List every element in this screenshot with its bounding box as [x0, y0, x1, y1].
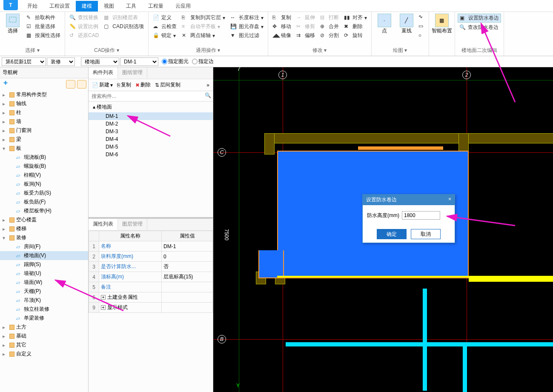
cad-recognition-options[interactable]: ▢CAD识别选项 [102, 23, 145, 31]
more-actions[interactable]: » [205, 80, 211, 89]
prop-row-3[interactable]: 3是否计算防水...否 [89, 262, 213, 272]
component-item-DM-1[interactable]: DM-1 [89, 112, 213, 120]
nav-group-墙[interactable]: ▸墙 [0, 117, 88, 126]
cloud-check[interactable]: ☁云检查 [151, 23, 178, 31]
nav-item-墙裙(U)[interactable]: ▱墙裙(U) [0, 269, 88, 278]
copy-to-other-floor[interactable]: ⎘复制到其它层 ▾ [180, 14, 227, 22]
search-input[interactable] [90, 92, 204, 100]
component-item-DM-3[interactable]: DM-3 [89, 128, 213, 135]
component-item-DM-6[interactable]: DM-6 [89, 151, 213, 158]
tab-drawing-mgmt[interactable]: 图纸管理 [118, 67, 147, 79]
tab-cloud[interactable]: 云应用 [169, 1, 197, 11]
mirror[interactable]: ◢◣镜像 [271, 31, 293, 40]
nav-group-土方[interactable]: ▸土方 [0, 323, 88, 332]
copy[interactable]: ⎘复制 [271, 14, 293, 22]
prop-row-9[interactable]: 9+显示样式 [89, 303, 213, 313]
nav-item-柱帽(V)[interactable]: ▱柱帽(V) [0, 171, 88, 180]
nav-item-板负筋(F)[interactable]: ▱板负筋(F) [0, 197, 88, 206]
nav-group-板[interactable]: ▾板 [0, 144, 88, 153]
element-filter[interactable]: ▼图元过滤 [229, 31, 265, 40]
set-waterproof-edge[interactable]: ▣设置防水卷边 [458, 14, 501, 23]
waterproof-height-input[interactable] [402, 211, 440, 220]
align[interactable]: ▮▮对齐 ▾ [342, 14, 369, 22]
component-select[interactable]: DM-1 [120, 57, 158, 66]
new-component[interactable]: 📄新建 ▾ [90, 80, 115, 89]
floor-select[interactable]: 第6层新1层 [2, 57, 46, 66]
tab-component-list[interactable]: 构件列表 [89, 67, 118, 79]
nav-group-空心楼盖[interactable]: ▸空心楼盖 [0, 215, 88, 224]
rect-icon[interactable]: ▭ [418, 23, 426, 31]
circle-icon[interactable]: ○ [418, 32, 426, 40]
length-dimension[interactable]: ↔长度标注 ▾ [229, 14, 265, 22]
draw-line[interactable]: ╱直线 [396, 14, 417, 40]
nav-view-list[interactable] [66, 80, 75, 89]
tab-layer-mgmt[interactable]: 图层管理 [118, 219, 147, 230]
nav-add[interactable]: ✚ [2, 80, 64, 89]
interfloor-copy[interactable]: ⇅层间复制 [153, 80, 182, 89]
nav-group-基础[interactable]: ▸基础 [0, 332, 88, 340]
nav-group-自定义[interactable]: ▸自定义 [0, 349, 88, 358]
nav-group-楼梯[interactable]: ▸楼梯 [0, 224, 88, 233]
dialog-ok[interactable]: 确定 [377, 229, 407, 239]
nav-group-门窗洞[interactable]: ▸门窗洞 [0, 126, 88, 135]
prop-row-1[interactable]: 1名称DM-1 [89, 241, 213, 252]
batch-select[interactable]: ☑批量选择 [25, 23, 62, 31]
nav-group-梁[interactable]: ▸梁 [0, 135, 88, 144]
kind-select[interactable]: 楼地面 [81, 57, 119, 66]
nav-item-踢脚(S)[interactable]: ▱踢脚(S) [0, 260, 88, 269]
tab-modeling[interactable]: 建模 [76, 1, 98, 11]
nav-item-楼层板带(H)[interactable]: ▱楼层板带(H) [0, 206, 88, 215]
split[interactable]: ⊘分割 [318, 31, 341, 40]
nav-group-轴线[interactable]: ▸轴线 [0, 99, 88, 108]
nav-group-柱[interactable]: ▸柱 [0, 108, 88, 117]
tab-quantity[interactable]: 工程量 [142, 1, 169, 11]
check-waterproof-edge[interactable]: 🔍查改防水卷边 [458, 23, 501, 31]
nav-item-天棚(P)[interactable]: ▱天棚(P) [0, 287, 88, 296]
nav-group-常用构件类型[interactable]: ▸常用构件类型 [0, 90, 88, 99]
prop-row-6[interactable]: 6+土建业务属性 [89, 292, 213, 303]
offset[interactable]: ⇉偏移 [295, 31, 317, 40]
radio-specify-edge[interactable]: 指定边 [192, 58, 214, 65]
nav-item-板受力筋(S)[interactable]: ▱板受力筋(S) [0, 189, 88, 197]
dialog-close[interactable]: × [448, 196, 451, 203]
component-item-DM-4[interactable]: DM-4 [89, 135, 213, 143]
copy-component[interactable]: ⎘复制 [115, 80, 133, 89]
drawing-canvas[interactable]: 1 2 C B 7 7500 Y 设置防水卷边 × 防水高度(mm) 确定 取消 [213, 67, 553, 392]
nav-view-grid[interactable] [77, 80, 86, 89]
nav-item-吊顶(K)[interactable]: ▱吊顶(K) [0, 296, 88, 305]
prop-row-5[interactable]: 5备注 [89, 282, 213, 292]
nav-item-墙面(W)[interactable]: ▱墙面(W) [0, 278, 88, 287]
search-icon[interactable]: 🔍 [204, 92, 212, 100]
pick-component[interactable]: ✎拾取构件 [25, 14, 62, 22]
nav-item-现浇板(B)[interactable]: ▱现浇板(B) [0, 153, 88, 162]
lock[interactable]: 🔒锁定 ▾ [151, 31, 178, 40]
category-select[interactable]: 装修 [47, 57, 75, 66]
tab-start[interactable]: 开始 [21, 1, 43, 11]
delete-component[interactable]: ✖删除 [134, 80, 152, 89]
two-point-aux-axis[interactable]: ✕两点辅轴 ▾ [180, 31, 227, 40]
draw-point[interactable]: ·点 [374, 14, 395, 40]
prop-row-4[interactable]: 4顶标高(m)层底标高(15) [89, 272, 213, 282]
smart-layout[interactable]: ▦智能布置 [432, 14, 452, 34]
define[interactable]: 📄定义 [151, 14, 178, 22]
select-by-property[interactable]: ▦按属性选择 [25, 31, 62, 40]
tab-property-list[interactable]: 属性列表 [89, 219, 118, 230]
prop-row-2[interactable]: 2块料厚度(mm)0 [89, 252, 213, 262]
select-big[interactable]: 选择 [3, 14, 23, 40]
element-save[interactable]: 💾图元存盘 ▾ [229, 23, 265, 31]
nav-item-楼地面(V)[interactable]: ▱楼地面(V) [0, 251, 88, 260]
merge[interactable]: ⊕合并 [318, 23, 341, 31]
delete[interactable]: ✖删除 [342, 23, 369, 31]
rotate[interactable]: ⟳旋转 [342, 31, 369, 40]
nav-item-房间(F)[interactable]: ▱房间(F) [0, 242, 88, 251]
nav-group-装修[interactable]: ▾装修 [0, 233, 88, 242]
nav-item-单梁装修[interactable]: ▱单梁装修 [0, 314, 88, 323]
dialog-cancel[interactable]: 取消 [411, 229, 441, 239]
component-item-DM-2[interactable]: DM-2 [89, 120, 213, 128]
component-item-DM-5[interactable]: DM-5 [89, 143, 213, 151]
nav-item-独立柱装修[interactable]: ▱独立柱装修 [0, 305, 88, 314]
radio-specify-element[interactable]: 指定图元 [162, 58, 189, 65]
nav-item-板洞(N)[interactable]: ▱板洞(N) [0, 180, 88, 189]
nav-item-螺旋板(B)[interactable]: ▱螺旋板(B) [0, 162, 88, 171]
component-group[interactable]: ▴ 楼地面 [89, 102, 213, 112]
